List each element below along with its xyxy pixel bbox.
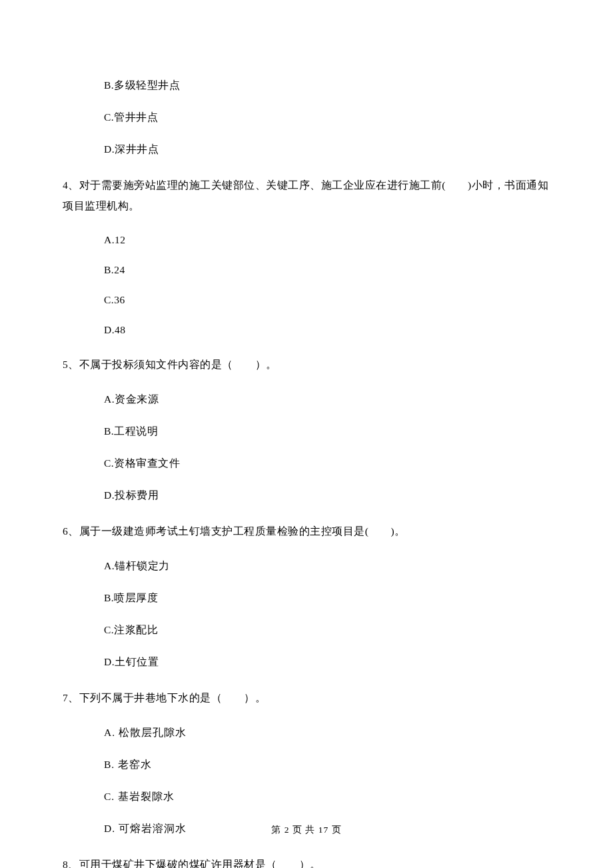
q6-option-d: D.土钉位置 [104,655,550,669]
q6-option-b: B.喷层厚度 [104,591,550,605]
q5-option-d: D.投标费用 [104,489,550,503]
q7-option-c: C. 基岩裂隙水 [104,790,550,804]
q7-option-b: B. 老窑水 [104,758,550,772]
q5-stem: 5、不属于投标须知文件内容的是（ ）。 [63,354,550,375]
q3-option-b: B.多级轻型井点 [104,79,550,93]
q4-option-a: A.12 [104,234,550,246]
q4-option-b: B.24 [104,264,550,276]
q4-option-c: C.36 [104,294,550,306]
q5-option-a: A.资金来源 [104,393,550,407]
q6-stem: 6、属于一级建造师考试土钉墙支护工程质量检验的主控项目是( )。 [63,521,550,541]
q5-option-c: C.资格审查文件 [104,457,550,471]
q7-option-a: A. 松散层孔隙水 [104,726,550,740]
q3-option-c: C.管井井点 [104,111,550,125]
q6-option-a: A.锚杆锁定力 [104,559,550,573]
q4-stem: 4、对于需要施旁站监理的施工关键部位、关键工序、施工企业应在进行施工前( )小时… [63,175,550,216]
page-footer: 第 2 页 共 17 页 [0,824,613,836]
q6-option-c: C.注浆配比 [104,623,550,637]
q7-stem: 7、下列不属于井巷地下水的是（ ）。 [63,687,550,708]
q4-option-d: D.48 [104,324,550,336]
q8-stem: 8、可用于煤矿井下爆破的煤矿许用器材是（ ）。 [63,854,550,868]
q5-option-b: B.工程说明 [104,425,550,439]
q3-option-d: D.深井井点 [104,143,550,157]
